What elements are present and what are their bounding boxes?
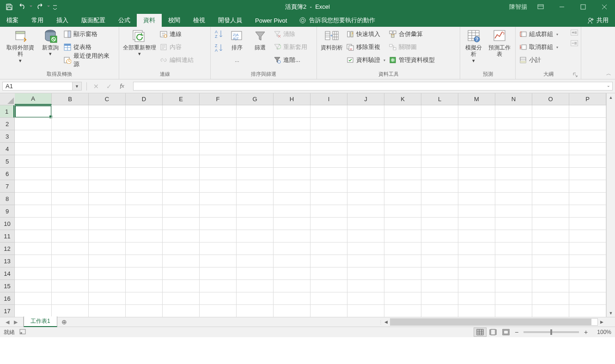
vertical-scrollbar[interactable]: ▲ ▼ (606, 93, 615, 317)
manage-data-model-button[interactable]: 管理資料模型 (387, 54, 437, 67)
horizontal-scrollbar[interactable] (390, 318, 598, 326)
row-header[interactable]: 9 (0, 205, 14, 218)
zoom-slider[interactable] (524, 331, 579, 333)
expand-formula-bar-button[interactable]: ⌄ (607, 83, 610, 88)
row-header[interactable]: 12 (0, 243, 14, 255)
tab-Power Pivot[interactable]: Power Pivot (249, 14, 293, 27)
sort-button[interactable]: Z|AA|Z 排序… (225, 28, 249, 64)
recent-sources-button[interactable]: 最近使用的來源 (62, 54, 117, 67)
redo-button[interactable] (34, 1, 45, 12)
advanced-filter-button[interactable]: 進階... (272, 54, 309, 67)
subtotal-button[interactable]: 小計 (518, 54, 570, 67)
tell-me-search[interactable]: 告訴我您想要執行的動作 (293, 14, 381, 27)
macro-record-icon[interactable] (19, 328, 26, 336)
name-box[interactable] (3, 83, 72, 90)
new-sheet-button[interactable]: ⊕ (57, 317, 71, 327)
row-header[interactable]: 13 (0, 255, 14, 267)
undo-button[interactable] (17, 1, 28, 12)
row-header[interactable]: 15 (0, 280, 14, 292)
scroll-up-button[interactable]: ▲ (607, 93, 615, 101)
column-header[interactable]: O (532, 93, 569, 105)
sheet-nav-next[interactable]: ▶ (14, 319, 18, 325)
undo-dropdown[interactable] (30, 6, 32, 8)
group-button[interactable]: 組成群組▾ (518, 28, 570, 41)
zoom-level[interactable]: 100% (590, 329, 611, 335)
refresh-all-button[interactable]: 全部重新整理▾ (121, 28, 158, 58)
row-header[interactable]: 4 (0, 143, 14, 155)
tab-開發人員[interactable]: 開發人員 (212, 14, 249, 27)
column-header[interactable]: L (421, 93, 458, 105)
redo-dropdown[interactable] (47, 6, 50, 8)
row-header[interactable]: 1 (0, 105, 14, 118)
active-cell[interactable] (15, 105, 52, 118)
new-query-button[interactable]: 新查詢▾ (39, 28, 62, 58)
data-validation-button[interactable]: 資料驗證▾ (345, 54, 387, 67)
sort-desc-button[interactable]: ZA (213, 42, 225, 54)
column-header[interactable]: D (126, 93, 163, 105)
formula-bar[interactable]: ⌄ (133, 82, 613, 91)
column-header[interactable]: H (274, 93, 311, 105)
row-header[interactable]: 16 (0, 292, 14, 305)
column-header[interactable]: I (311, 93, 347, 105)
page-layout-view-button[interactable] (487, 328, 499, 337)
hide-detail-button[interactable]: −≡ (571, 40, 578, 46)
tab-檢視[interactable]: 檢視 (187, 14, 212, 27)
ribbon-display-options[interactable] (530, 0, 551, 14)
collapse-ribbon-button[interactable]: ︿ (606, 70, 611, 77)
column-header[interactable]: F (200, 93, 237, 105)
column-header[interactable]: P (569, 93, 606, 105)
sort-asc-button[interactable]: AZ (213, 29, 225, 40)
share-button[interactable]: 共用 (587, 14, 615, 27)
tab-公式[interactable]: 公式 (112, 14, 137, 27)
tab-校閱[interactable]: 校閱 (162, 14, 187, 27)
column-header[interactable]: N (495, 93, 532, 105)
minimize-button[interactable] (551, 0, 572, 14)
close-button[interactable] (594, 0, 615, 14)
filter-button[interactable]: 篩選 (249, 28, 272, 52)
column-header[interactable]: B (52, 93, 89, 105)
outline-launcher-icon[interactable] (572, 73, 578, 78)
sheet-nav-prev[interactable]: ◀ (6, 319, 9, 325)
insert-function-button[interactable]: fx (116, 83, 128, 90)
qat-customize[interactable] (52, 1, 58, 12)
normal-view-button[interactable] (474, 328, 487, 337)
column-header[interactable]: M (458, 93, 495, 105)
row-header[interactable]: 11 (0, 230, 14, 243)
whatif-analysis-button[interactable]: ? 模擬分析▾ (462, 28, 485, 65)
row-header[interactable]: 7 (0, 180, 14, 193)
remove-duplicates-button[interactable]: 移除重複 (345, 41, 387, 54)
name-box-dropdown[interactable]: ▼ (72, 82, 81, 90)
save-button[interactable] (4, 1, 15, 12)
text-to-columns-button[interactable]: 資料剖析 (319, 28, 345, 52)
page-break-view-button[interactable] (499, 328, 512, 337)
scroll-down-button[interactable]: ▼ (607, 309, 615, 317)
zoom-in-button[interactable]: + (582, 328, 590, 336)
row-header[interactable]: 10 (0, 218, 14, 230)
forecast-sheet-button[interactable]: 預測工作表 (485, 28, 513, 59)
select-all-corner[interactable] (0, 93, 15, 105)
tab-常用[interactable]: 常用 (25, 14, 50, 27)
column-header[interactable]: J (347, 93, 384, 105)
column-header[interactable]: C (89, 93, 126, 105)
row-header[interactable]: 17 (0, 305, 14, 317)
show-detail-button[interactable]: +≡ (571, 30, 578, 36)
show-queries-pane-button[interactable]: 顯示窗格 (62, 28, 117, 41)
column-header[interactable]: K (384, 93, 421, 105)
column-header[interactable]: A (15, 93, 52, 105)
maximize-button[interactable] (572, 0, 594, 14)
sheet-tab[interactable]: 工作表1 (24, 316, 57, 327)
tab-檔案[interactable]: 檔案 (0, 14, 25, 27)
get-external-data-button[interactable]: 取得外部資料▾ (2, 28, 39, 65)
consolidate-button[interactable]: 合併彙算 (387, 28, 437, 41)
tab-資料[interactable]: 資料 (137, 14, 162, 27)
row-header[interactable]: 6 (0, 168, 14, 180)
tab-插入[interactable]: 插入 (50, 14, 75, 27)
scroll-left-button[interactable]: ◀ (382, 320, 390, 324)
ungroup-button[interactable]: 取消群組▾ (518, 41, 570, 54)
row-header[interactable]: 14 (0, 267, 14, 280)
row-header[interactable]: 2 (0, 118, 14, 130)
flash-fill-button[interactable]: 快速填入 (345, 28, 387, 41)
column-header[interactable]: E (163, 93, 200, 105)
row-header[interactable]: 5 (0, 155, 14, 168)
row-header[interactable]: 3 (0, 130, 14, 143)
